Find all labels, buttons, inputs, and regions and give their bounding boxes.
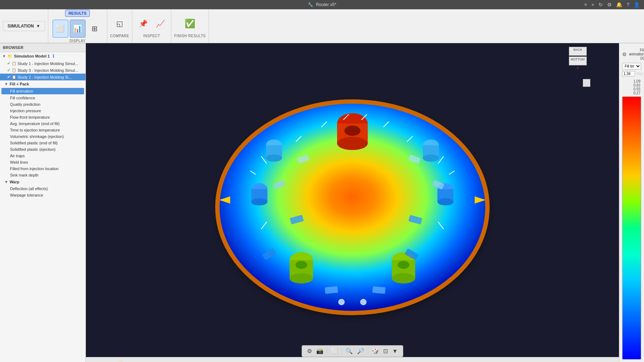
svg-point-25 bbox=[392, 273, 415, 284]
inspect-icon-2: 📈 bbox=[156, 19, 165, 28]
svg-point-9 bbox=[266, 154, 282, 162]
user-button[interactable]: 👤 bbox=[632, 0, 641, 9]
simulation-dropdown-button[interactable]: SIMULATION ▼ bbox=[3, 21, 45, 31]
display-btn-1[interactable]: ⬜ bbox=[53, 20, 68, 38]
compare-btn[interactable]: ◱ bbox=[112, 15, 127, 33]
warp-header[interactable]: ▼ Warp bbox=[0, 178, 86, 185]
check-icon-study3: ✔ bbox=[7, 68, 10, 73]
orient-icon[interactable]: ⚙ bbox=[306, 347, 313, 355]
study1-label: Study 1 - Injection Molding Simul... bbox=[18, 61, 78, 66]
result-volumetric-shrinkage[interactable]: Volumetric shrinkage (ejection) bbox=[0, 133, 86, 140]
mesh-icon[interactable]: 🎲 bbox=[371, 347, 380, 355]
refresh-button[interactable]: ↻ bbox=[597, 0, 604, 9]
scale-type-dropdown[interactable]: Fill time bbox=[622, 63, 641, 70]
inspect-btn-1[interactable]: 📌 bbox=[135, 15, 151, 33]
folder-icon: 📁 bbox=[8, 54, 13, 59]
play-button[interactable]: ▶ bbox=[98, 361, 105, 362]
check-icon-study2: ✔ bbox=[7, 75, 10, 79]
result-fill-confidence[interactable]: Fill confidence bbox=[0, 95, 86, 101]
add-tab-button[interactable]: + bbox=[590, 0, 596, 9]
svg-rect-48 bbox=[325, 286, 338, 294]
simulation-model-node[interactable]: ▼ 📁 Simulation Model 1 ℹ bbox=[0, 52, 86, 60]
result-filled-injection[interactable]: Filled from injection location bbox=[0, 165, 86, 172]
capture-icon[interactable]: 📸 bbox=[316, 347, 324, 355]
playback-bar: ⏮ ▶ ⏭ 🔁 ⚙ ⏹ 136 s bbox=[86, 357, 619, 362]
finish-buttons: ✅ bbox=[179, 15, 201, 33]
scale-value-055: 0.55 bbox=[622, 87, 640, 91]
viewport-toolbar: ⚙ 📸 ⬜ 🔍 🔎 🎲 ⊡ ▼ bbox=[302, 345, 403, 357]
display-icon-1: ⬜ bbox=[56, 24, 65, 33]
zoom-in-icon[interactable]: 🔎 bbox=[356, 347, 365, 355]
display-btn-3[interactable]: ⊞ bbox=[87, 20, 103, 38]
finish-results-section: ✅ FINISH RESULTS bbox=[171, 9, 209, 43]
result-avg-temperature[interactable]: Avg. temperature (end of fill) bbox=[0, 120, 86, 127]
3d-visualization bbox=[86, 43, 619, 362]
settings-button[interactable]: ⚙ bbox=[606, 0, 613, 9]
main-toolbar: SIMULATION ▼ RESULTS ⬜ 📊 ⊞ DISPLAY ◱ bbox=[0, 9, 644, 43]
fill-pack-header[interactable]: ▼ Fill + Pack bbox=[0, 80, 86, 88]
expand-icon[interactable]: ▼ bbox=[391, 347, 399, 355]
collapse-icon: ▼ bbox=[2, 54, 6, 58]
simulation-label: SIMULATION bbox=[8, 24, 34, 29]
study3-label: Study 3 - Injection Molding Simul... bbox=[18, 68, 78, 73]
result-air-traps[interactable]: Air traps bbox=[0, 153, 86, 159]
finish-results-btn[interactable]: ✅ bbox=[179, 15, 201, 33]
display-mode-icon[interactable]: ⬜ bbox=[330, 347, 339, 355]
settings-playback-button[interactable]: ⚙ bbox=[126, 361, 133, 362]
study3-item[interactable]: ✔ 📋 Study 3 - Injection Molding Simul... bbox=[0, 67, 86, 74]
close-button[interactable]: × bbox=[583, 0, 589, 9]
help-button[interactable]: ? bbox=[625, 0, 631, 9]
result-solidified-fill[interactable]: Solidified plastic (end of fill) bbox=[0, 140, 86, 146]
skip-end-button[interactable]: ⏭ bbox=[106, 361, 114, 362]
result-flow-front-temp[interactable]: Flow-front temperature bbox=[0, 114, 86, 120]
result-fill-animation[interactable]: Fill animation bbox=[1, 88, 84, 94]
nav-x-label: X bbox=[565, 66, 590, 70]
loop-button[interactable]: 🔁 bbox=[116, 361, 125, 362]
fill-pack-collapse-icon: ▼ bbox=[4, 82, 8, 86]
compare-buttons: ◱ bbox=[112, 15, 127, 33]
home-button[interactable]: ⌂ bbox=[583, 79, 590, 87]
router-icon: 🔧 bbox=[308, 2, 313, 7]
study1-item[interactable]: ✔ 📋 Study 1 - Injection Molding Simul... bbox=[0, 60, 86, 67]
display-btn-2[interactable]: 📊 bbox=[70, 20, 86, 38]
result-deflection[interactable]: Deflection (all effects) bbox=[0, 185, 86, 192]
result-warpage-tolerance[interactable]: Warpage tolerance bbox=[0, 192, 86, 198]
separator-3 bbox=[368, 348, 368, 355]
inspect-section: 📌 📈 INSPECT bbox=[132, 9, 171, 43]
stop-button[interactable]: ⏹ bbox=[135, 361, 143, 362]
notifications-button[interactable]: 🔔 bbox=[615, 0, 624, 9]
svg-point-5 bbox=[337, 137, 368, 150]
nav-back-face[interactable]: BACK bbox=[569, 47, 587, 56]
inspect-btn-2[interactable]: 📈 bbox=[152, 15, 168, 33]
skip-start-button[interactable]: ⏮ bbox=[89, 361, 97, 362]
zoom-out-icon[interactable]: 🔍 bbox=[345, 347, 353, 355]
viewport[interactable]: BACK BOTTOM X ⌂ ⚙ 📸 ⬜ 🔍 🔎 🎲 ⊡ ▼ ⏮ ▶ ⏭ bbox=[86, 43, 619, 362]
window-title: Router v5* bbox=[316, 2, 336, 7]
result-solidified-ejection[interactable]: Solidified plastic (ejection) bbox=[0, 146, 86, 153]
scale-gear-button[interactable]: ⚙ bbox=[622, 51, 627, 57]
study2-item[interactable]: ✔ 📋 Study 2 - Injection Molding Si... bbox=[0, 74, 86, 80]
result-weld-lines[interactable]: Weld lines bbox=[0, 159, 86, 165]
nav-bottom-face[interactable]: BOTTOM bbox=[569, 56, 587, 65]
finish-icon: ✅ bbox=[185, 19, 195, 29]
navigation-cube: BACK BOTTOM X bbox=[565, 47, 590, 79]
model-label: Simulation Model 1 bbox=[14, 54, 50, 58]
inspect-label: INSPECT bbox=[143, 34, 160, 38]
window-controls: × + ↻ ⚙ 🔔 ? 👤 bbox=[583, 0, 641, 9]
result-time-ejection[interactable]: Time to ejection temperature bbox=[0, 127, 86, 133]
result-sink-mark[interactable]: Sink mark depth bbox=[0, 172, 86, 178]
compare-icon: ◱ bbox=[116, 19, 123, 28]
result-injection-pressure[interactable]: Injection pressure bbox=[0, 108, 86, 114]
frame-icon[interactable]: ⊡ bbox=[382, 347, 389, 355]
svg-point-6 bbox=[345, 126, 361, 136]
color-scale-bar bbox=[622, 96, 641, 359]
svg-point-41 bbox=[338, 299, 344, 305]
scale-value-082: 0.82 bbox=[622, 83, 640, 87]
result-quality-prediction[interactable]: Quality prediction bbox=[0, 101, 86, 108]
max-value-input[interactable] bbox=[622, 71, 635, 76]
info-icon: ℹ bbox=[53, 54, 54, 59]
check-icon-study1: ✔ bbox=[7, 61, 10, 66]
study-icon-3: 📋 bbox=[12, 68, 16, 72]
browser-header: BROWSER bbox=[0, 43, 86, 52]
svg-rect-49 bbox=[372, 286, 385, 294]
